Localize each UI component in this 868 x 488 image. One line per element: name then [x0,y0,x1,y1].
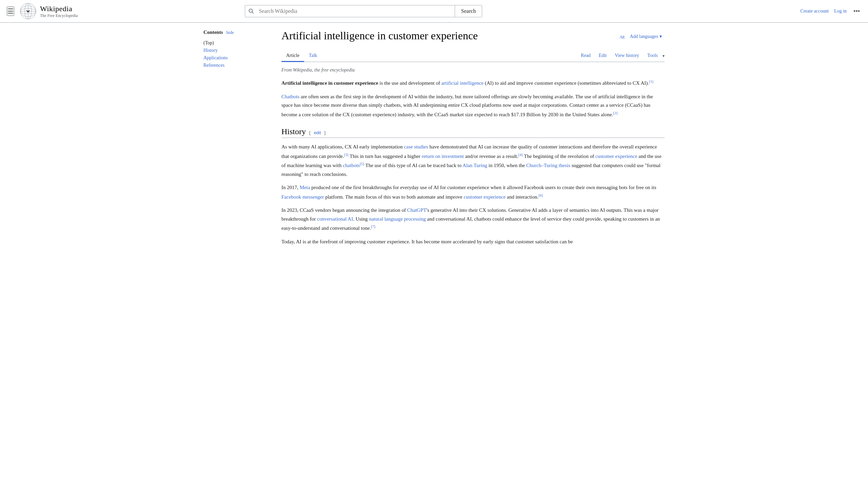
site-name: Wikipedia [40,4,78,13]
link-chatbots[interactable]: Chatbots [281,94,299,99]
history-edit-link[interactable]: edit [314,130,321,135]
ref-7-link[interactable]: [7] [371,224,375,228]
ref-5-link[interactable]: [5] [360,162,364,166]
history-para2: In 2017, Meta produced one of the first … [281,183,665,201]
link-artificial-intelligence[interactable]: artificial intelligence [441,80,484,86]
tab-edit[interactable]: Edit [595,50,610,62]
hp1-mid4: The beginning of the revolution of [523,154,595,159]
hp3-pre: In 2023, CCaaS vendors began announcing … [281,207,407,213]
toc-link-references[interactable]: References [203,63,224,68]
create-account-link[interactable]: Create account [801,8,829,14]
site-logo-link[interactable]: W Wikipedia The Free Encyclopedia [20,3,78,20]
para2-text: are often seen as the first step in the … [281,94,653,117]
edit-bracket-close: ] [324,130,326,135]
chevron-down-icon: ▾ [659,34,662,39]
history-para1: As with many AI applications, CX AI earl… [281,143,665,179]
content-area: Artificial intelligence in customer expe… [281,29,665,251]
ref-2: [2] [613,111,617,115]
link-meta[interactable]: Meta [300,185,310,190]
hp1-pre: As with many AI applications, CX AI earl… [281,144,404,149]
toc-link-applications[interactable]: Applications [203,55,228,60]
intro-rest: is the use and development of [378,80,441,86]
link-conversational-ai[interactable]: conversational AI [317,216,353,222]
ref-6: [6] [538,193,543,197]
svg-line-8 [252,12,254,14]
tab-view-history[interactable]: View history [611,50,643,62]
translate-icon: A 文 [619,33,626,40]
history-para4: Today, AI is at the forefront of improvi… [281,238,665,246]
site-tagline: The Free Encyclopedia [40,13,78,18]
link-chatbots-2[interactable]: chatbots [343,163,360,168]
history-heading-text: History [281,127,306,136]
ref-3: [3] [344,152,349,157]
ref-3-link[interactable]: [3] [344,152,349,157]
toc-item-history: History [203,47,271,54]
search-icon [245,5,257,17]
search-button[interactable]: Search [455,5,482,17]
hp1-mid7: in 1950, when the [487,163,526,168]
tab-read[interactable]: Read [577,50,594,62]
hp4-pre: Today, AI is at the forefront of improvi… [281,239,573,244]
hp2-mid2: platform. The main focus of this was to … [324,194,463,200]
toc-list: (Top) History Applications References [203,39,271,69]
from-wikipedia-text: From Wikipedia, the free encyclopedia [281,67,665,73]
ref-1: [1] [649,79,653,83]
hp2-end: and interaction. [506,194,538,200]
article-para2: Chatbots are often seen as the first ste… [281,93,665,119]
tabs-bar: Article Talk Read Edit View history Tool… [281,50,665,62]
link-case-studies[interactable]: case studies [404,144,428,149]
hp3-mid2: . Using [353,216,369,222]
header-actions: Create account Log in ••• [801,8,861,15]
toc-item-references: References [203,62,271,69]
link-facebook-messenger[interactable]: Facebook messenger [281,194,324,200]
toc-item-applications: Applications [203,54,271,62]
page-title: Artificial intelligence in customer expe… [281,29,478,42]
ref-4: [4] [518,152,523,157]
tab-article[interactable]: Article [281,50,304,62]
search-input[interactable] [257,5,454,17]
ref-1-link[interactable]: [1] [649,79,653,83]
main-container: Contents hide (Top) History Applications… [197,23,671,258]
log-in-link[interactable]: Log in [834,8,847,14]
hp1-mid3: and/or revenue as a result. [464,154,518,159]
ref-7: [7] [371,224,375,228]
intro-after-link: (AI) to aid and improve customer experie… [484,80,649,86]
svg-text:W: W [26,9,30,13]
wikipedia-globe-icon: W [20,3,37,20]
hamburger-menu-button[interactable]: ☰ [7,6,14,16]
link-customer-experience-1[interactable]: customer experience [595,154,637,159]
search-form: Search [245,5,482,17]
toc-title: Contents [203,29,223,35]
toc-item-top: (Top) [203,39,271,47]
add-languages-button[interactable]: Add languages ▾ [627,32,665,41]
more-options-button[interactable]: ••• [852,8,861,15]
link-return-on-investment[interactable]: return on investment [422,154,464,159]
intro-bold: Artificial intelligence in customer expe… [281,80,378,86]
hp2-mid1: produced one of the first breakthroughs … [310,185,656,190]
tabs-left: Article Talk [281,50,577,62]
link-church-turing[interactable]: Church–Turing thesis [526,163,570,168]
ref-4-link[interactable]: [4] [518,152,523,157]
hp1-mid6: The use of this type of AI can be traced… [364,163,462,168]
article-intro-paragraph: Artificial intelligence in customer expe… [281,78,665,88]
toc-hide-button[interactable]: hide [226,30,234,35]
tab-talk[interactable]: Talk [304,50,322,62]
ref-5: [5] [360,162,364,166]
link-customer-experience-2[interactable]: customer experience [464,194,506,200]
site-header: ☰ W Wikipedia The Free Encyclopedia [0,0,868,23]
link-alan-turing[interactable]: Alan Turing [462,163,487,168]
history-para3: In 2023, CCaaS vendors began announcing … [281,206,665,233]
toc-link-history[interactable]: History [203,48,218,53]
link-nlp[interactable]: natural language processing [369,216,426,222]
ref-6-link[interactable]: [6] [538,193,543,197]
edit-bracket-open: [ [309,130,311,135]
table-of-contents: Contents hide (Top) History Applications… [203,29,271,251]
add-languages-label: Add languages [630,34,658,39]
tab-tools[interactable]: Tools [644,50,661,62]
toc-top-label: (Top) [203,40,214,46]
link-chatgpt[interactable]: ChatGPT [407,207,427,213]
ref-2-link[interactable]: [2] [613,111,617,115]
svg-text:文: 文 [622,35,625,39]
history-heading: History [ edit ] [281,127,665,138]
tools-chevron-icon: ▾ [663,54,665,59]
